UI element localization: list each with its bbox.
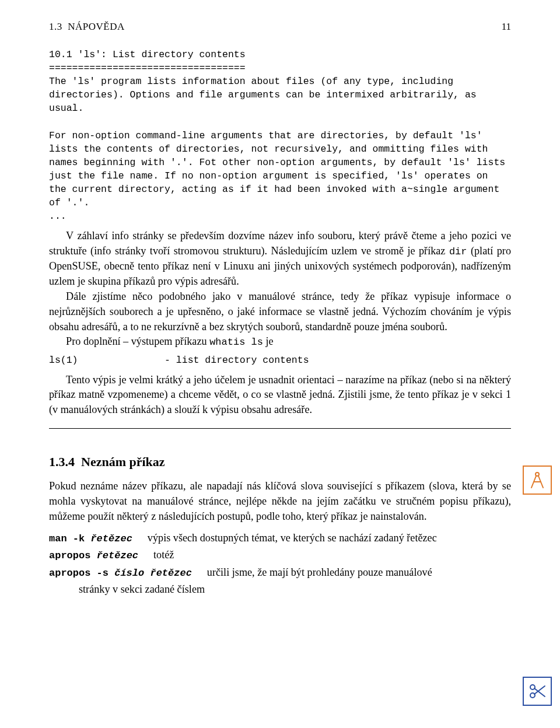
paragraph-2: Dále zjistíme něco podobného jako v manu…: [49, 289, 511, 335]
para3-text-a: Pro doplnění – výstupem příkazu: [66, 335, 209, 347]
cmd-label: man -k řetězec: [49, 532, 148, 547]
compass-icon: [523, 466, 552, 495]
cmd-desc-a: určili jsme, že mají být prohledány pouz…: [207, 565, 511, 580]
section-title: NÁPOVĚDA: [68, 21, 125, 32]
scissors-icon: [523, 677, 552, 706]
section-number: 1.3: [49, 21, 62, 32]
cmd-desc-b: stránky v sekci zadané číslem: [79, 582, 511, 597]
subsection-number: 1.3.4: [49, 454, 75, 469]
paragraph-4: Tento výpis je velmi krátký a jeho účele…: [49, 373, 511, 418]
inline-cmd-dir: dir: [449, 246, 467, 257]
info-page-excerpt: 10.1 'ls': List directory contents =====…: [49, 48, 511, 223]
paragraph-3: Pro doplnění – výstupem příkazu whatis l…: [49, 334, 511, 349]
cmd-desc: výpis všech dostupných témat, ve kterých…: [148, 530, 437, 545]
para3-text-b: je: [263, 335, 274, 347]
cmd-label: apropos -s číslo řetězec: [49, 566, 207, 581]
page-header: 1.3 NÁPOVĚDA 11: [49, 21, 511, 33]
paragraph-5: Pokud neznáme název příkazu, ale napadaj…: [49, 479, 511, 524]
cmd-row-apropos-s: apropos -s číslo řetězec určili jsme, že…: [49, 565, 511, 597]
command-list: man -k řetězec výpis všech dostupných té…: [49, 530, 511, 597]
paragraph-1: V záhlaví info stránky se především dozv…: [49, 229, 511, 289]
subsection-heading: 1.3.4 Neznám příkaz: [49, 454, 511, 470]
cmd-row-man-k: man -k řetězec výpis všech dostupných té…: [49, 530, 511, 547]
cmd-row-apropos: apropos řetězec totéž: [49, 547, 511, 564]
subsection-title: Neznám příkaz: [81, 454, 165, 469]
header-section: 1.3 NÁPOVĚDA: [49, 21, 125, 33]
cmd-desc: totéž: [153, 547, 174, 562]
para1-text-a: V záhlaví info stránky se především dozv…: [49, 230, 511, 257]
divider: [49, 428, 511, 429]
whatis-output: ls(1) - list directory contents: [49, 354, 511, 367]
cmd-label: apropos řetězec: [49, 549, 153, 564]
page-number: 11: [502, 21, 511, 33]
inline-cmd-whatis: whatis ls: [209, 337, 263, 348]
